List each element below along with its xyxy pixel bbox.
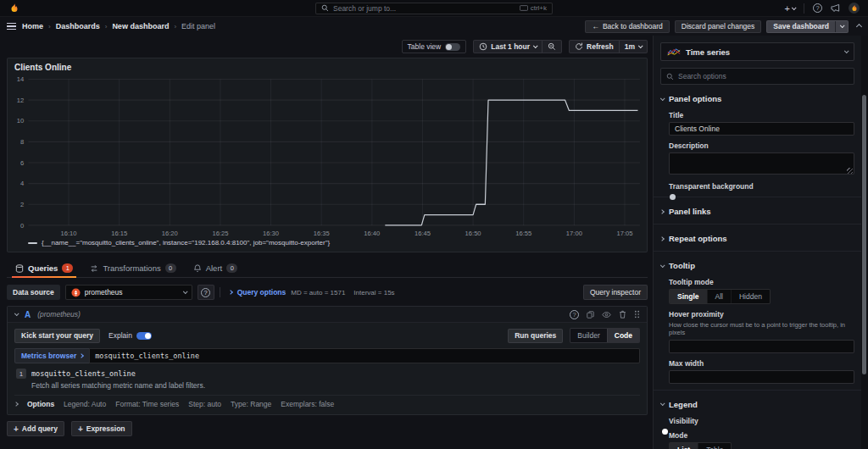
chevron-down-icon (660, 402, 665, 407)
prometheus-icon (71, 288, 81, 297)
timeseries-panel: Clients Online 0246810121416:1016:1516:2… (7, 58, 648, 252)
breadcrumb-home[interactable]: Home (22, 22, 43, 30)
divider (654, 390, 861, 391)
grafana-logo-icon[interactable] (8, 3, 20, 14)
legend-mode-label: Mode (669, 431, 854, 440)
editor-tabs: Queries 1 Transformations 0 Alert 0 (7, 259, 648, 278)
query-inspector-button[interactable]: Query inspector (583, 285, 648, 300)
query-ref-id[interactable]: A (25, 310, 31, 319)
option-legend: Legend: Auto (64, 400, 106, 408)
tooltip-mode-single[interactable]: Single (670, 290, 707, 303)
transform-icon (90, 264, 98, 273)
section-legend[interactable]: Legend (660, 398, 854, 411)
section-repeat-options[interactable]: Repeat options (660, 232, 854, 245)
kick-start-query-button[interactable]: Kick start your query (14, 329, 100, 343)
legend-mode-list[interactable]: List (670, 443, 698, 449)
search-icon (321, 4, 329, 12)
zoom-out-icon (548, 42, 556, 51)
news-megaphone-icon[interactable] (831, 3, 840, 13)
visualization-picker[interactable]: Time series (660, 42, 854, 61)
zoom-out-time-button[interactable] (542, 41, 561, 53)
svg-text:16:25: 16:25 (212, 230, 229, 237)
options-scrollbar[interactable] (861, 36, 868, 449)
builder-mode-option[interactable]: Builder (570, 329, 606, 342)
section-tooltip[interactable]: Tooltip (660, 259, 854, 272)
back-to-dashboard-button[interactable]: ←Back to dashboard (585, 20, 669, 33)
chart-area[interactable]: 0246810121416:1016:1516:2016:2516:3016:3… (8, 74, 647, 238)
tab-alert[interactable]: Alert 0 (186, 259, 245, 277)
panel-description-textarea[interactable] (669, 152, 854, 175)
chevron-down-icon (660, 96, 665, 101)
refresh-button[interactable]: Refresh (570, 41, 619, 53)
tooltip-mode-hidden[interactable]: Hidden (731, 290, 770, 303)
save-dashboard-button[interactable]: Save dashboard (766, 20, 849, 33)
svg-text:16:20: 16:20 (162, 230, 179, 237)
svg-text:4: 4 (20, 180, 25, 187)
divider (220, 287, 220, 297)
svg-text:6: 6 (20, 158, 25, 166)
table-view-label: Table view (408, 42, 442, 51)
tooltip-mode-all[interactable]: All (707, 290, 731, 303)
new-menu-button[interactable]: + (785, 3, 795, 14)
user-avatar[interactable] (849, 3, 860, 14)
section-panel-links[interactable]: Panel links (660, 205, 854, 218)
search-options-input[interactable]: Search options (660, 68, 854, 85)
option-step: Step: auto (188, 400, 221, 408)
editor-mode-switch: Builder Code (570, 328, 640, 343)
legend-mode-table[interactable]: Table (698, 443, 731, 449)
max-width-input[interactable] (669, 370, 854, 384)
explain-toggle[interactable] (136, 332, 152, 340)
queries-count-badge: 1 (62, 263, 73, 273)
query-datasource-hint: (prometheus) (37, 310, 81, 319)
chevron-down-icon (660, 263, 665, 268)
query-options-toggle[interactable]: Query options MD = auto = 1571 Interval … (229, 288, 395, 297)
search-options-placeholder: Search options (678, 72, 726, 80)
collapse-query-chevron[interactable] (14, 311, 19, 316)
delete-query-trash-icon[interactable] (619, 310, 626, 319)
max-width-label: Max width (669, 359, 854, 368)
legend-mode-group: List Table (669, 442, 732, 449)
chevron-right-icon (14, 402, 19, 407)
run-queries-button[interactable]: Run queries (508, 329, 563, 343)
tab-queries[interactable]: Queries 1 (8, 259, 80, 277)
refresh-interval-select[interactable]: 1m (619, 41, 647, 53)
menu-icon[interactable] (7, 23, 16, 30)
query-options-summary-row[interactable]: Options Legend: Auto Format: Time series… (14, 395, 640, 408)
panel-title-input[interactable] (669, 122, 854, 136)
duplicate-query-icon[interactable] (587, 311, 594, 319)
query-header: A (prometheus) ? (8, 307, 647, 323)
drag-handle-icon[interactable] (634, 310, 640, 319)
time-range-picker[interactable]: Last 1 hour (474, 41, 542, 53)
add-query-button[interactable]: +Add query (7, 421, 64, 436)
legend-visibility-label: Visibility (669, 417, 854, 425)
query-help-icon[interactable]: ? (570, 310, 579, 319)
legend-series-name[interactable]: {__name__="mosquitto_clients_online", in… (42, 239, 330, 247)
divider (654, 251, 861, 252)
hover-proximity-input[interactable] (669, 340, 854, 353)
table-view-toggle[interactable] (445, 43, 460, 51)
datasource-select[interactable]: prometheus (65, 285, 192, 300)
add-expression-button[interactable]: +Expression (71, 421, 132, 436)
datasource-help-button[interactable]: ? (198, 285, 214, 300)
save-options-chevron[interactable] (835, 21, 848, 32)
breadcrumb-new-dashboard[interactable]: New dashboard (112, 22, 169, 30)
breadcrumb-separator: › (105, 23, 108, 30)
metrics-browser-button[interactable]: Metrics browser (14, 348, 89, 363)
table-view-control: Table view (402, 40, 467, 53)
legend-series-dash (28, 242, 37, 244)
global-search-input[interactable]: Search or jump to... ctrl+k (315, 3, 553, 14)
code-mode-option[interactable]: Code (607, 329, 639, 342)
tab-transformations[interactable]: Transformations 0 (83, 259, 182, 277)
timeseries-viz-icon (667, 47, 681, 56)
hover-proximity-description: How close the cursor must be to a point … (669, 321, 854, 337)
section-panel-options[interactable]: Panel options (660, 92, 854, 105)
collapse-chevron-icon[interactable] (856, 23, 862, 29)
hide-query-eye-icon[interactable] (602, 311, 611, 319)
breadcrumb-dashboards[interactable]: Dashboards (56, 22, 100, 30)
scrollbar-thumb[interactable] (862, 95, 866, 374)
promql-expression-input[interactable] (89, 348, 640, 363)
help-icon[interactable]: ? (813, 3, 822, 13)
tooltip-mode-label: Tooltip mode (669, 278, 854, 286)
discard-panel-changes-button[interactable]: Discard panel changes (675, 20, 761, 33)
query-body: Kick start your query Explain Run querie… (8, 323, 647, 414)
